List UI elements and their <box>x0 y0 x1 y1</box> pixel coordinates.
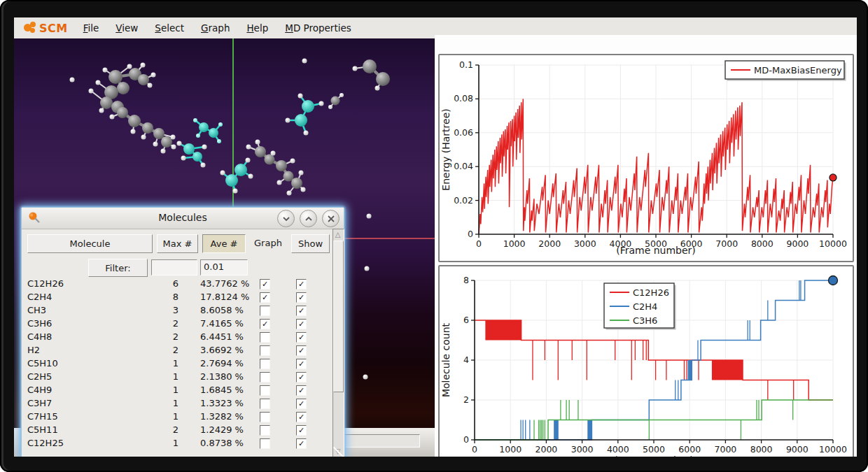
table-row-C3H7[interactable]: C3H711.3323 %✓ <box>22 397 330 410</box>
ave-percent: 2.7694 % <box>200 358 244 369</box>
svg-text:3000: 3000 <box>571 444 594 455</box>
ave-percent: 1.3323 % <box>200 398 244 408</box>
table-row-C5H11[interactable]: C5H1121.2429 %✓ <box>22 424 330 437</box>
graph-checkbox[interactable] <box>260 345 270 356</box>
max-count: 2 <box>165 424 186 435</box>
table-row-CH3[interactable]: CH338.6058 %✓ <box>22 304 330 317</box>
svg-text:5000: 5000 <box>643 444 665 455</box>
table-row-C12H25[interactable]: C12H2510.8738 %✓ <box>22 437 330 450</box>
table-row-H2[interactable]: H223.6692 %✓ <box>22 344 330 357</box>
svg-text:4000: 4000 <box>607 444 629 455</box>
scroll-up-icon[interactable]: △ <box>333 229 342 240</box>
table-row-C2H5[interactable]: C2H512.1380 %✓ <box>22 371 330 384</box>
max-count: 1 <box>165 438 186 448</box>
svg-text:4: 4 <box>463 355 469 365</box>
table-row-C3H6[interactable]: C3H627.4165 %✓✓ <box>22 317 330 331</box>
graph-checkbox[interactable] <box>260 372 270 382</box>
resize-grip[interactable] <box>333 447 344 457</box>
svg-text:1000: 1000 <box>499 444 522 455</box>
show-checkbox[interactable]: ✓ <box>296 438 307 449</box>
graph-column-label: Graph <box>253 238 284 248</box>
show-checkbox[interactable]: ✓ <box>296 372 307 382</box>
show-checkbox[interactable]: ✓ <box>296 399 307 409</box>
max-count: 6 <box>165 278 186 289</box>
table-row-C12H26[interactable]: C12H26643.7762 %✓✓ <box>22 278 330 291</box>
graph-checkbox[interactable] <box>260 332 270 343</box>
graph-checkbox[interactable] <box>260 359 270 369</box>
menu-md-properties[interactable]: MD Properties <box>285 22 351 34</box>
molecule-name: C5H10 <box>27 358 58 369</box>
menu-view[interactable]: View <box>115 22 138 34</box>
graph-checkbox[interactable] <box>260 306 270 316</box>
max-count: 8 <box>165 292 186 302</box>
molecule-column-button[interactable]: Molecule <box>27 234 153 253</box>
scm-logo-text: SCM <box>39 22 68 35</box>
energy-chart-panel[interactable]: 0100020003000400050006000700080009000100… <box>438 54 854 262</box>
table-row-C5H10[interactable]: C5H1012.7694 %✓ <box>22 357 330 371</box>
ave-column-button[interactable]: Ave # <box>202 234 246 253</box>
current-frame-marker[interactable] <box>830 174 836 181</box>
current-frame-marker[interactable] <box>829 276 838 285</box>
menu-select[interactable]: Select <box>155 22 184 34</box>
show-checkbox[interactable]: ✓ <box>296 306 307 316</box>
graph-checkbox[interactable]: ✓ <box>260 279 270 289</box>
show-checkbox[interactable]: ✓ <box>296 279 307 289</box>
menu-help[interactable]: Help <box>246 22 268 34</box>
molecule-count-chart-panel[interactable]: 0100020003000400050006000700080009000100… <box>438 265 854 457</box>
svg-text:9000: 9000 <box>786 444 808 455</box>
menu-file[interactable]: File <box>83 22 99 34</box>
svg-text:0: 0 <box>468 229 473 239</box>
svg-text:C12H26: C12H26 <box>633 287 669 298</box>
svg-text:C3H6: C3H6 <box>633 315 657 326</box>
filter-input[interactable] <box>151 259 197 276</box>
graph-checkbox[interactable]: ✓ <box>260 319 270 329</box>
graph-checkbox[interactable] <box>260 412 270 422</box>
show-checkbox[interactable]: ✓ <box>296 359 307 369</box>
graph-checkbox[interactable]: ✓ <box>260 292 270 303</box>
ave-percent: 1.6845 % <box>200 385 244 395</box>
show-checkbox[interactable]: ✓ <box>296 319 307 329</box>
dialog-titlebar[interactable]: Molecules <box>22 208 344 229</box>
svg-text:2000: 2000 <box>535 444 557 455</box>
show-checkbox[interactable]: ✓ <box>296 385 307 396</box>
show-column-label: Show <box>298 238 323 249</box>
menu-graph[interactable]: Graph <box>201 22 230 34</box>
molecule-name: CH3 <box>27 305 46 315</box>
shade-button[interactable] <box>277 210 295 227</box>
unshade-button[interactable] <box>300 210 317 227</box>
dialog-scrollbar[interactable]: △ ▽ <box>332 229 344 457</box>
table-row-C2H4[interactable]: C2H4817.8124 %✓✓ <box>22 291 330 304</box>
max-count: 1 <box>165 411 186 422</box>
show-checkbox[interactable]: ✓ <box>296 292 307 303</box>
svg-text:1000: 1000 <box>503 238 526 249</box>
ave-percent: 0.8738 % <box>200 438 244 448</box>
table-row-C4H8[interactable]: C4H826.4451 %✓ <box>22 331 330 344</box>
ave-percent: 7.4165 % <box>200 318 244 329</box>
filter-button[interactable]: Filter: <box>88 259 148 277</box>
scm-logo[interactable]: SCM <box>24 21 68 35</box>
svg-text:3000: 3000 <box>574 238 596 249</box>
scrollbar-thumb[interactable] <box>333 241 344 392</box>
close-icon[interactable] <box>322 210 340 227</box>
svg-text:8000: 8000 <box>751 238 774 249</box>
graph-checkbox[interactable] <box>260 399 270 409</box>
show-checkbox[interactable]: ✓ <box>296 425 307 436</box>
graph-checkbox[interactable] <box>260 438 270 449</box>
molecule-name: C3H7 <box>27 398 52 408</box>
table-row-C7H15[interactable]: C7H1511.3282 %✓ <box>22 410 330 424</box>
show-checkbox[interactable]: ✓ <box>296 412 307 422</box>
scm-logo-icon <box>24 21 39 35</box>
ave-percent: 1.3282 % <box>200 411 244 422</box>
graph-checkbox[interactable] <box>260 385 270 396</box>
max-column-button[interactable]: Max # <box>157 234 198 253</box>
filter-threshold-input[interactable]: 0.01 <box>200 259 248 276</box>
show-column-button[interactable]: Show <box>291 234 330 253</box>
graph-checkbox[interactable] <box>260 425 270 436</box>
molecule-name: C4H8 <box>27 331 52 342</box>
svg-text:C2H4: C2H4 <box>633 301 657 312</box>
ave-percent: 8.6058 % <box>200 305 244 315</box>
show-checkbox[interactable]: ✓ <box>296 332 307 343</box>
show-checkbox[interactable]: ✓ <box>296 345 307 356</box>
table-row-C4H9[interactable]: C4H911.6845 %✓ <box>22 384 330 397</box>
molecule-name: C5H11 <box>27 424 58 435</box>
